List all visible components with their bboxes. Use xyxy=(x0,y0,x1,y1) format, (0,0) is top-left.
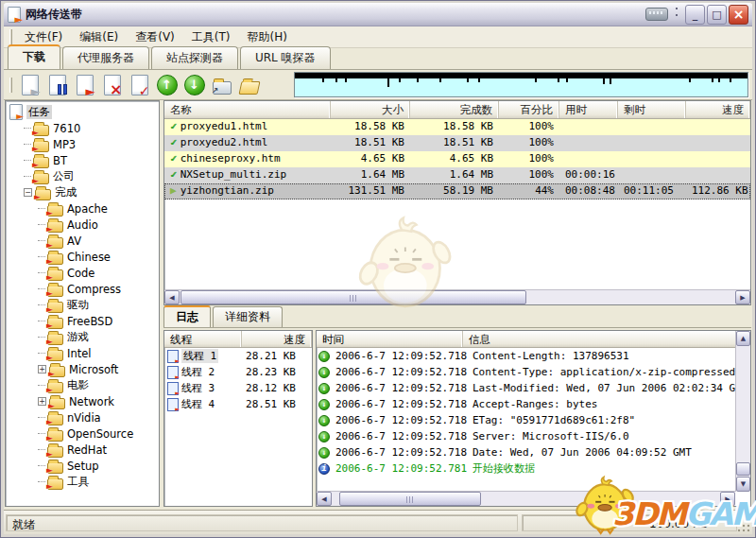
scroll-left-button[interactable]: ◀ xyxy=(164,290,180,304)
log-row[interactable]: i2006-6-7 12:09:52.781开始接收数据 xyxy=(317,460,735,477)
menu-item[interactable]: 查看(V) xyxy=(127,26,183,48)
task-row[interactable]: ▶yizhongtian.zip131.51 MB58.19 MB44%00:0… xyxy=(164,183,750,200)
thread-row[interactable]: 线程 128.21 KB xyxy=(164,348,312,364)
tree-item[interactable]: ►Chinese xyxy=(8,249,159,265)
tree-item[interactable]: ►MP3 xyxy=(8,136,159,152)
browse-folder-button[interactable]: ↗ xyxy=(208,72,235,98)
tree-item[interactable]: ►RedHat xyxy=(8,442,159,458)
move-up-button[interactable]: ↑ xyxy=(153,72,180,98)
tree-item[interactable]: ►Apache xyxy=(8,200,159,217)
tree-item[interactable]: ►任务 xyxy=(8,104,159,120)
log-row[interactable]: ↓2006-6-7 12:09:52.718Server: Microsoft-… xyxy=(317,428,735,444)
menu-item[interactable]: 工具(T) xyxy=(183,26,239,48)
tree-item[interactable]: −►完成 xyxy=(8,184,159,200)
scroll-right-button[interactable]: ▶ xyxy=(735,290,750,304)
task-row[interactable]: ✓NXSetup_multi.zip1.64 MB1.64 MB100%00:0… xyxy=(164,167,750,183)
column-header[interactable]: 大小 xyxy=(331,101,410,118)
main-tab[interactable]: 代理服务器 xyxy=(62,46,149,69)
tree-expander[interactable]: − xyxy=(24,188,32,197)
tree-item[interactable]: ►公司 xyxy=(8,168,159,184)
tree-expander[interactable]: + xyxy=(38,365,46,373)
log-horizontal-scrollbar[interactable]: ◀ ▶ xyxy=(317,491,735,506)
column-header[interactable]: 名称 xyxy=(164,101,331,118)
column-header[interactable]: 剩时 xyxy=(618,101,686,118)
menu-item[interactable]: 帮助(H) xyxy=(239,26,296,48)
tree-item[interactable]: ►工具 xyxy=(8,474,159,490)
thread-row[interactable]: 线程 328.12 KB xyxy=(164,380,312,396)
tree-item[interactable]: ►Audio xyxy=(8,217,159,233)
scroll-right-button[interactable]: ▶ xyxy=(720,492,735,506)
main-tab[interactable]: URL 嗅探器 xyxy=(240,46,331,69)
bottom-tab[interactable]: 详细资料 xyxy=(213,306,283,327)
close-icon: × xyxy=(733,8,745,21)
log-row[interactable]: ↓2006-6-7 12:09:52.718Accept-Ranges: byt… xyxy=(317,396,735,412)
bottom-tab[interactable]: 日志 xyxy=(163,305,211,327)
move-down-icon: ↓ xyxy=(184,75,205,95)
log-time: 2006-6-7 12:09:52.718 xyxy=(333,382,472,394)
thread-name: 线程 2 xyxy=(181,365,215,379)
tree-item[interactable]: ►BT xyxy=(8,152,159,168)
scroll-thumb[interactable] xyxy=(180,290,526,304)
tree-item[interactable]: ►Code xyxy=(8,265,159,281)
scroll-up-button[interactable]: ▲ xyxy=(736,331,750,346)
tree-item[interactable]: ►驱动 xyxy=(8,297,159,313)
column-header[interactable]: 信息 xyxy=(463,331,750,347)
thread-row[interactable]: 线程 228.23 KB xyxy=(164,364,312,380)
start-button[interactable]: ► xyxy=(71,72,98,98)
column-header[interactable]: 完成数 xyxy=(410,101,499,118)
new-task-button[interactable]: ► xyxy=(16,72,43,98)
log-row[interactable]: ↓2006-6-7 12:09:52.718Last-Modified: Wed… xyxy=(317,380,735,396)
scroll-thumb[interactable] xyxy=(736,462,750,476)
column-header[interactable]: 时间 xyxy=(317,331,463,347)
tree-item[interactable]: +►Microsoft xyxy=(8,361,159,377)
column-header[interactable]: 线程 xyxy=(164,331,242,347)
resize-grip[interactable] xyxy=(738,520,751,533)
tree-item[interactable]: ►电影 xyxy=(8,377,159,393)
column-header[interactable]: 速度 xyxy=(686,101,750,118)
log-row[interactable]: ↓2006-6-7 12:09:52.718Date: Wed, 07 Jun … xyxy=(317,444,735,460)
toolbar-gripper[interactable] xyxy=(9,78,12,93)
task-row[interactable]: ✓proxyedu2.html18.51 KB18.51 KB100% xyxy=(164,135,750,151)
log-vertical-scrollbar[interactable]: ▲ ▼ xyxy=(735,331,750,492)
tree-item[interactable]: ►7610 xyxy=(8,120,159,136)
pause-button[interactable] xyxy=(43,72,71,98)
tree-item[interactable]: ►OpenSource xyxy=(8,425,159,442)
close-button[interactable]: × xyxy=(729,5,748,25)
delete-button[interactable]: × xyxy=(98,72,126,98)
thread-speed: 28.21 KB xyxy=(232,350,303,362)
log-row[interactable]: ↓2006-6-7 12:09:52.718Content-Type: appl… xyxy=(317,364,735,380)
move-down-button[interactable]: ↓ xyxy=(180,72,208,98)
tree-item[interactable]: +►Network xyxy=(8,393,159,409)
thread-row[interactable]: 线程 428.51 KB xyxy=(164,396,312,412)
folder-icon: ► xyxy=(47,430,63,442)
tree-item[interactable]: ►游戏 xyxy=(8,329,159,345)
column-header[interactable]: 用时 xyxy=(559,101,618,118)
tree-item[interactable]: ►Intel xyxy=(8,345,159,361)
speed-tick xyxy=(417,78,419,82)
scroll-down-button[interactable]: ▼ xyxy=(736,477,750,492)
tree-item[interactable]: ►FreeBSD xyxy=(8,313,159,329)
menu-gripper[interactable] xyxy=(9,29,12,44)
column-header[interactable]: 百分比 xyxy=(499,101,559,118)
scroll-left-button[interactable]: ◀ xyxy=(317,492,332,506)
log-row[interactable]: ↓2006-6-7 12:09:52.718ETag: "0591771d689… xyxy=(317,412,735,428)
scroll-thumb[interactable] xyxy=(339,492,481,506)
task-row[interactable]: ✓proxyedu1.html18.58 KB18.58 KB100% xyxy=(164,119,750,135)
main-tab[interactable]: 站点探测器 xyxy=(151,46,238,69)
tree-item[interactable]: ►nVidia xyxy=(8,409,159,425)
tree-item[interactable]: ►Compress xyxy=(8,281,159,297)
menu-item[interactable]: 编辑(E) xyxy=(71,26,127,48)
column-header[interactable]: 速度 xyxy=(242,331,312,347)
open-folder-button[interactable] xyxy=(235,72,263,98)
verify-button[interactable]: ✓ xyxy=(126,72,153,98)
log-row[interactable]: ↓2006-6-7 12:09:52.718Content-Length: 13… xyxy=(317,348,735,364)
maximize-button[interactable]: □ xyxy=(707,5,727,25)
tree-item[interactable]: ►Setup xyxy=(8,458,159,474)
minimize-button[interactable]: _ xyxy=(685,5,705,25)
task-horizontal-scrollbar[interactable]: ◀ ▶ xyxy=(164,289,750,304)
title-bar[interactable]: ► 网络传送带 _ □ × xyxy=(4,3,752,26)
task-row[interactable]: ✓chineseproxy.htm4.65 KB4.65 KB100% xyxy=(164,151,750,167)
main-tab[interactable]: 下载 xyxy=(8,44,60,69)
tree-item[interactable]: ►AV xyxy=(8,233,159,249)
tree-expander[interactable]: + xyxy=(38,397,46,406)
